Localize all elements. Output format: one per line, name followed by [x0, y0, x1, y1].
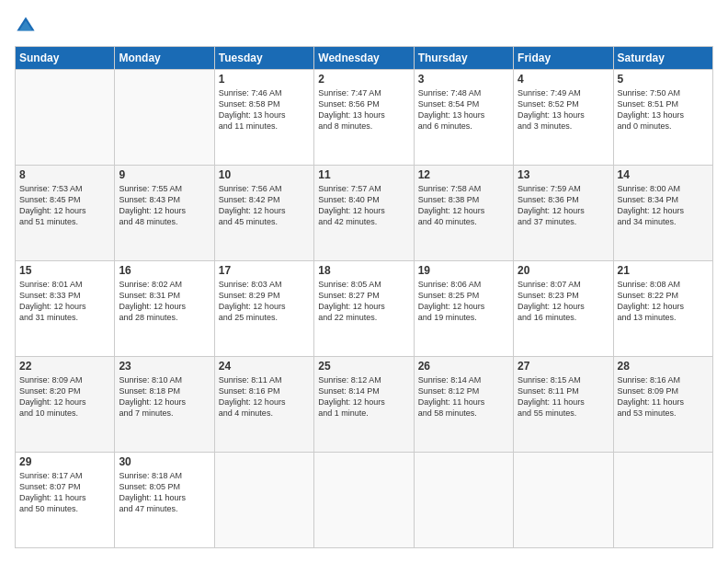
calendar-cell: 10Sunrise: 7:56 AMSunset: 8:42 PMDayligh… — [214, 166, 313, 261]
calendar-header-saturday: Saturday — [613, 47, 712, 70]
day-info: Sunrise: 8:09 AMSunset: 8:20 PMDaylight:… — [19, 374, 110, 419]
calendar-cell: 22Sunrise: 8:09 AMSunset: 8:20 PMDayligh… — [16, 357, 115, 453]
logo — [15, 15, 39, 37]
day-number: 2 — [318, 73, 409, 86]
calendar-cell: 11Sunrise: 7:57 AMSunset: 8:40 PMDayligh… — [314, 166, 414, 261]
day-number: 19 — [418, 264, 509, 277]
calendar-cell: 23Sunrise: 8:10 AMSunset: 8:18 PMDayligh… — [115, 357, 214, 453]
calendar-cell: 19Sunrise: 8:06 AMSunset: 8:25 PMDayligh… — [414, 261, 513, 357]
calendar-cell: 3Sunrise: 7:48 AMSunset: 8:54 PMDaylight… — [414, 70, 513, 166]
calendar-cell: 14Sunrise: 8:00 AMSunset: 8:34 PMDayligh… — [613, 166, 712, 261]
day-info: Sunrise: 8:05 AMSunset: 8:27 PMDaylight:… — [318, 279, 409, 324]
calendar-cell — [214, 453, 313, 548]
calendar-header-row: SundayMondayTuesdayWednesdayThursdayFrid… — [16, 47, 713, 70]
day-number: 21 — [618, 264, 709, 277]
calendar: SundayMondayTuesdayWednesdayThursdayFrid… — [15, 46, 713, 548]
calendar-week-row: 8Sunrise: 7:53 AMSunset: 8:45 PMDaylight… — [16, 166, 713, 261]
day-info: Sunrise: 8:16 AMSunset: 8:09 PMDaylight:… — [618, 374, 709, 419]
day-info: Sunrise: 8:08 AMSunset: 8:22 PMDaylight:… — [618, 279, 709, 324]
calendar-week-row: 22Sunrise: 8:09 AMSunset: 8:20 PMDayligh… — [16, 357, 713, 453]
day-number: 26 — [418, 360, 509, 373]
calendar-cell: 1Sunrise: 7:46 AMSunset: 8:58 PMDaylight… — [214, 70, 313, 166]
calendar-cell: 21Sunrise: 8:08 AMSunset: 8:22 PMDayligh… — [613, 261, 712, 357]
day-number: 10 — [219, 168, 310, 181]
calendar-cell: 9Sunrise: 7:55 AMSunset: 8:43 PMDaylight… — [115, 166, 214, 261]
calendar-week-row: 15Sunrise: 8:01 AMSunset: 8:33 PMDayligh… — [16, 261, 713, 357]
day-info: Sunrise: 7:47 AMSunset: 8:56 PMDaylight:… — [318, 87, 409, 132]
calendar-header-monday: Monday — [115, 47, 214, 70]
calendar-cell: 27Sunrise: 8:15 AMSunset: 8:11 PMDayligh… — [514, 357, 613, 453]
calendar-cell: 28Sunrise: 8:16 AMSunset: 8:09 PMDayligh… — [613, 357, 712, 453]
day-info: Sunrise: 8:01 AMSunset: 8:33 PMDaylight:… — [19, 279, 110, 324]
calendar-header-tuesday: Tuesday — [214, 47, 313, 70]
day-number: 13 — [518, 168, 609, 181]
day-number: 24 — [219, 360, 310, 373]
day-number: 11 — [318, 168, 409, 181]
calendar-cell: 17Sunrise: 8:03 AMSunset: 8:29 PMDayligh… — [214, 261, 313, 357]
day-number: 12 — [418, 168, 509, 181]
day-info: Sunrise: 7:48 AMSunset: 8:54 PMDaylight:… — [418, 87, 509, 132]
calendar-cell: 2Sunrise: 7:47 AMSunset: 8:56 PMDaylight… — [314, 70, 414, 166]
calendar-cell: 5Sunrise: 7:50 AMSunset: 8:51 PMDaylight… — [613, 70, 712, 166]
calendar-week-row: 29Sunrise: 8:17 AMSunset: 8:07 PMDayligh… — [16, 453, 713, 548]
day-number: 29 — [19, 455, 110, 468]
day-info: Sunrise: 8:15 AMSunset: 8:11 PMDaylight:… — [518, 374, 609, 419]
day-number: 1 — [219, 73, 310, 86]
calendar-cell: 15Sunrise: 8:01 AMSunset: 8:33 PMDayligh… — [16, 261, 115, 357]
header — [15, 15, 713, 37]
day-number: 9 — [119, 168, 210, 181]
calendar-cell: 8Sunrise: 7:53 AMSunset: 8:45 PMDaylight… — [16, 166, 115, 261]
calendar-cell — [514, 453, 613, 548]
calendar-cell: 18Sunrise: 8:05 AMSunset: 8:27 PMDayligh… — [314, 261, 414, 357]
day-number: 28 — [618, 360, 709, 373]
day-info: Sunrise: 8:00 AMSunset: 8:34 PMDaylight:… — [618, 183, 709, 228]
calendar-header-wednesday: Wednesday — [314, 47, 414, 70]
calendar-cell: 12Sunrise: 7:58 AMSunset: 8:38 PMDayligh… — [414, 166, 513, 261]
day-number: 30 — [119, 455, 210, 468]
day-info: Sunrise: 8:10 AMSunset: 8:18 PMDaylight:… — [119, 374, 210, 419]
calendar-cell: 4Sunrise: 7:49 AMSunset: 8:52 PMDaylight… — [514, 70, 613, 166]
day-number: 16 — [119, 264, 210, 277]
day-number: 15 — [19, 264, 110, 277]
calendar-header-friday: Friday — [514, 47, 613, 70]
calendar-cell: 24Sunrise: 8:11 AMSunset: 8:16 PMDayligh… — [214, 357, 313, 453]
day-info: Sunrise: 8:02 AMSunset: 8:31 PMDaylight:… — [119, 279, 210, 324]
calendar-week-row: 1Sunrise: 7:46 AMSunset: 8:58 PMDaylight… — [16, 70, 713, 166]
day-number: 20 — [518, 264, 609, 277]
day-number: 27 — [518, 360, 609, 373]
day-info: Sunrise: 8:12 AMSunset: 8:14 PMDaylight:… — [318, 374, 409, 419]
day-number: 18 — [318, 264, 409, 277]
day-info: Sunrise: 7:49 AMSunset: 8:52 PMDaylight:… — [518, 87, 609, 132]
day-info: Sunrise: 8:11 AMSunset: 8:16 PMDaylight:… — [219, 374, 310, 419]
day-number: 5 — [618, 73, 709, 86]
day-info: Sunrise: 7:55 AMSunset: 8:43 PMDaylight:… — [119, 183, 210, 228]
day-info: Sunrise: 8:07 AMSunset: 8:23 PMDaylight:… — [518, 279, 609, 324]
day-number: 3 — [418, 73, 509, 86]
day-info: Sunrise: 8:03 AMSunset: 8:29 PMDaylight:… — [219, 279, 310, 324]
day-info: Sunrise: 7:57 AMSunset: 8:40 PMDaylight:… — [318, 183, 409, 228]
day-info: Sunrise: 7:56 AMSunset: 8:42 PMDaylight:… — [219, 183, 310, 228]
day-info: Sunrise: 7:58 AMSunset: 8:38 PMDaylight:… — [418, 183, 509, 228]
calendar-cell — [414, 453, 513, 548]
calendar-cell: 16Sunrise: 8:02 AMSunset: 8:31 PMDayligh… — [115, 261, 214, 357]
calendar-cell: 30Sunrise: 8:18 AMSunset: 8:05 PMDayligh… — [115, 453, 214, 548]
calendar-cell: 13Sunrise: 7:59 AMSunset: 8:36 PMDayligh… — [514, 166, 613, 261]
calendar-cell — [314, 453, 414, 548]
day-info: Sunrise: 7:59 AMSunset: 8:36 PMDaylight:… — [518, 183, 609, 228]
day-number: 23 — [119, 360, 210, 373]
calendar-cell — [16, 70, 115, 166]
day-info: Sunrise: 8:17 AMSunset: 8:07 PMDaylight:… — [19, 470, 110, 515]
calendar-cell: 29Sunrise: 8:17 AMSunset: 8:07 PMDayligh… — [16, 453, 115, 548]
day-info: Sunrise: 8:14 AMSunset: 8:12 PMDaylight:… — [418, 374, 509, 419]
day-info: Sunrise: 8:06 AMSunset: 8:25 PMDaylight:… — [418, 279, 509, 324]
calendar-cell: 25Sunrise: 8:12 AMSunset: 8:14 PMDayligh… — [314, 357, 414, 453]
day-info: Sunrise: 8:18 AMSunset: 8:05 PMDaylight:… — [119, 470, 210, 515]
day-number: 25 — [318, 360, 409, 373]
calendar-header-sunday: Sunday — [16, 47, 115, 70]
calendar-cell — [115, 70, 214, 166]
page: SundayMondayTuesdayWednesdayThursdayFrid… — [0, 0, 728, 563]
day-number: 4 — [518, 73, 609, 86]
day-info: Sunrise: 7:50 AMSunset: 8:51 PMDaylight:… — [618, 87, 709, 132]
day-number: 8 — [19, 168, 110, 181]
calendar-header-thursday: Thursday — [414, 47, 513, 70]
